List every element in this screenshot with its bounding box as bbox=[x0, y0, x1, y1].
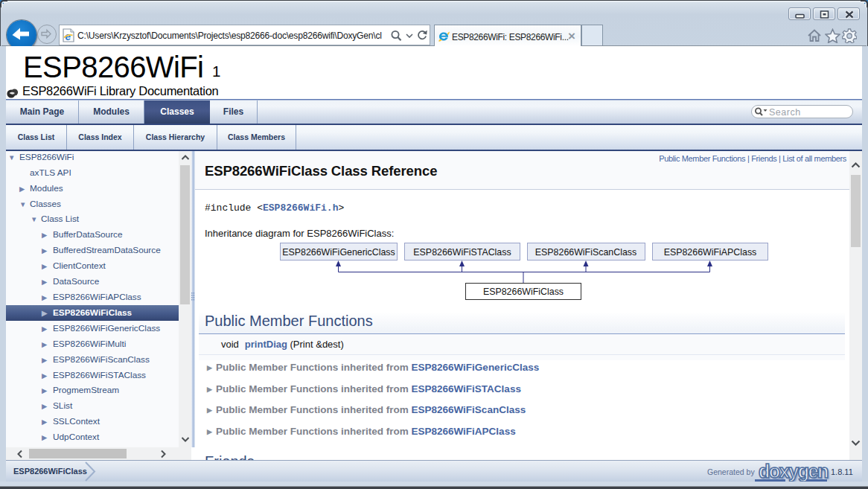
svg-text:ESP8266WiFiAPClass: ESP8266WiFiAPClass bbox=[664, 247, 757, 258]
svg-text:ESP8266WiFiSTAClass: ESP8266WiFiSTAClass bbox=[413, 247, 511, 258]
svg-text:ESP8266WiFiScanClass: ESP8266WiFiScanClass bbox=[535, 247, 636, 258]
svg-text:ESP8266WiFiGenericClass: ESP8266WiFiGenericClass bbox=[282, 247, 395, 258]
svg-text:ESP8266WiFiClass: ESP8266WiFiClass bbox=[483, 287, 564, 297]
